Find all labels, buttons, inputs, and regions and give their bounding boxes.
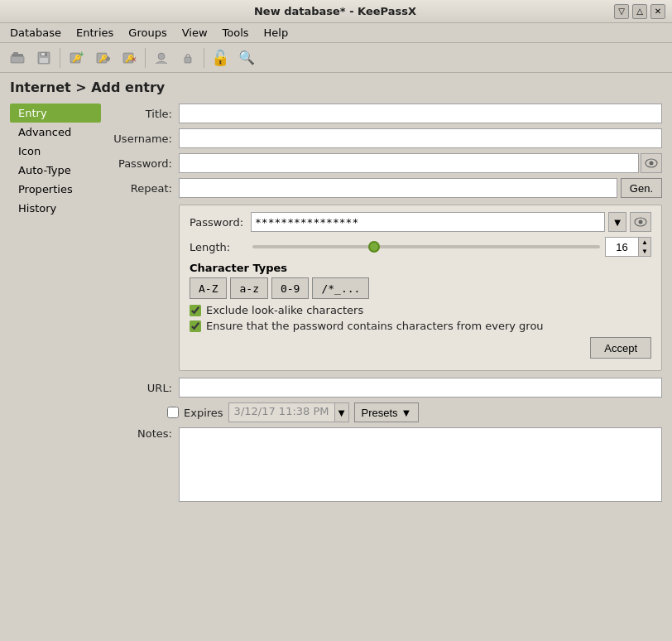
char-type-numbers-button[interactable]: 0-9: [271, 277, 309, 299]
exclude-lookalike-label: Exclude look-alike characters: [206, 304, 363, 316]
svg-text:+: +: [79, 51, 84, 58]
presets-dropdown-icon: ▼: [401, 407, 412, 419]
gen-password-row: Password: ▼: [190, 212, 651, 232]
repeat-input[interactable]: [179, 178, 617, 198]
expires-date-wrap: 3/12/17 11:38 PM ▼: [228, 402, 349, 422]
breadcrumb: Internet > Add entry: [10, 80, 662, 95]
svg-rect-17: [185, 57, 191, 63]
edit-entry-icon[interactable]: 🔑: [90, 46, 115, 70]
maximize-button[interactable]: △: [632, 4, 647, 19]
menu-view[interactable]: View: [175, 25, 214, 41]
menu-database[interactable]: Database: [3, 25, 68, 41]
exclude-lookalike-checkbox[interactable]: [190, 305, 201, 316]
ensure-all-groups-label: Ensure that the password contains charac…: [206, 320, 544, 332]
expires-date-dropdown-button[interactable]: ▼: [334, 402, 349, 422]
sidebar-item-icon[interactable]: Icon: [10, 142, 101, 161]
char-type-uppercase-button[interactable]: A-Z: [190, 277, 227, 299]
svg-text:✕: ✕: [131, 55, 137, 64]
char-types-title: Character Types: [190, 262, 651, 274]
repeat-row: Repeat: Gen.: [104, 178, 662, 198]
password-input[interactable]: [179, 153, 639, 173]
presets-button[interactable]: Presets ▼: [354, 402, 420, 422]
gen-password-show-button[interactable]: [630, 212, 651, 232]
minimize-button[interactable]: ▽: [614, 4, 629, 19]
length-slider[interactable]: [252, 245, 600, 248]
length-down-button[interactable]: ▼: [639, 247, 650, 256]
expires-date-display: 3/12/17 11:38 PM: [228, 402, 334, 422]
length-arrows: ▲ ▼: [638, 237, 651, 257]
svg-point-19: [650, 161, 654, 166]
toolbar-separator-2: [145, 48, 146, 68]
svg-point-16: [158, 53, 165, 60]
char-type-lowercase-button[interactable]: a-z: [230, 277, 267, 299]
username-row: Username:: [104, 128, 662, 148]
menu-entries[interactable]: Entries: [70, 25, 120, 41]
title-input[interactable]: [179, 104, 662, 123]
svg-rect-2: [13, 52, 18, 55]
svg-rect-6: [41, 53, 45, 55]
accept-button[interactable]: Accept: [590, 337, 651, 359]
char-type-buttons: A-Z a-z 0-9 /*_...: [190, 277, 651, 299]
sidebar: Entry Advanced Icon Auto-Type Properties…: [10, 104, 101, 634]
gen-password-input[interactable]: [251, 212, 605, 232]
accept-row: Accept: [190, 337, 651, 359]
window-title: New database* - KeePassX: [56, 5, 614, 17]
expires-checkbox[interactable]: [167, 407, 179, 418]
main-content: Internet > Add entry Entry Advanced Icon…: [0, 73, 672, 641]
copy-password-icon[interactable]: [175, 46, 200, 70]
password-generator-box: Password: ▼ Length:: [179, 205, 662, 371]
title-bar: New database* - KeePassX ▽ △ ✕: [0, 0, 672, 23]
length-num-wrap: ▲ ▼: [605, 237, 651, 257]
menu-tools[interactable]: Tools: [216, 25, 256, 41]
sidebar-item-properties[interactable]: Properties: [10, 180, 101, 199]
search-icon[interactable]: 🔍: [234, 46, 259, 70]
url-input[interactable]: [179, 378, 662, 398]
toolbar: 🔑+ 🔑 🔑✕ 🔓 🔍: [0, 43, 672, 73]
menu-bar: Database Entries Groups View Tools Help: [0, 23, 672, 43]
sidebar-item-advanced[interactable]: Advanced: [10, 123, 101, 142]
expires-label: Expires: [184, 407, 223, 419]
copy-username-icon[interactable]: [149, 46, 174, 70]
toolbar-separator-1: [60, 48, 60, 68]
menu-groups[interactable]: Groups: [122, 25, 173, 41]
gen-button[interactable]: Gen.: [621, 178, 662, 198]
title-label: Title:: [104, 108, 179, 120]
open-url-icon[interactable]: 🔓: [208, 46, 233, 70]
length-up-button[interactable]: ▲: [639, 238, 650, 247]
length-row: Length: ▲ ▼: [190, 237, 651, 257]
close-button[interactable]: ✕: [650, 4, 665, 19]
open-database-icon[interactable]: [5, 46, 30, 70]
username-input[interactable]: [179, 128, 662, 148]
svg-rect-5: [40, 58, 48, 63]
notes-row: Notes:: [104, 427, 662, 629]
length-label: Length:: [190, 241, 247, 253]
svg-point-21: [639, 220, 643, 224]
sidebar-item-entry[interactable]: Entry: [10, 104, 101, 123]
delete-entry-icon[interactable]: 🔑✕: [117, 46, 142, 70]
sidebar-item-autotype[interactable]: Auto-Type: [10, 161, 101, 180]
password-show-button[interactable]: [641, 153, 662, 173]
notes-textarea[interactable]: [179, 427, 662, 502]
gen-password-dropdown-button[interactable]: ▼: [608, 212, 626, 232]
sidebar-item-history[interactable]: History: [10, 199, 101, 218]
title-row: Title:: [104, 104, 662, 123]
svg-rect-1: [11, 56, 24, 63]
add-entry-icon[interactable]: 🔑+: [64, 46, 89, 70]
content-area: Entry Advanced Icon Auto-Type Properties…: [10, 104, 662, 634]
password-row: Password:: [104, 153, 662, 173]
password-input-wrap: [179, 153, 662, 173]
save-database-icon[interactable]: [31, 46, 56, 70]
ensure-all-groups-checkbox[interactable]: [190, 320, 201, 332]
password-label: Password:: [104, 157, 179, 170]
exclude-lookalike-row: Exclude look-alike characters: [190, 304, 651, 316]
form-area: Title: Username: Password: R: [101, 104, 662, 634]
notes-label: Notes:: [104, 427, 179, 440]
ensure-all-groups-row: Ensure that the password contains charac…: [190, 320, 651, 332]
length-input[interactable]: [605, 237, 638, 257]
repeat-label: Repeat:: [104, 182, 179, 195]
presets-label: Presets: [362, 407, 398, 419]
expires-row: Expires 3/12/17 11:38 PM ▼ Presets ▼: [104, 402, 662, 422]
url-label: URL:: [104, 382, 179, 394]
char-type-symbols-button[interactable]: /*_...: [312, 277, 369, 299]
menu-help[interactable]: Help: [257, 25, 295, 41]
